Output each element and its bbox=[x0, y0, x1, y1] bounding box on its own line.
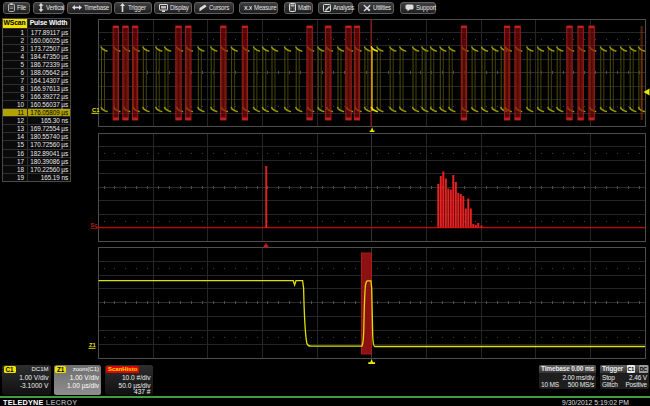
svg-text:Z1: Z1 bbox=[89, 342, 97, 348]
svg-text:Sc: Sc bbox=[91, 222, 98, 228]
svg-text:C1: C1 bbox=[92, 107, 100, 113]
svg-text:X.X: X.X bbox=[244, 5, 252, 11]
